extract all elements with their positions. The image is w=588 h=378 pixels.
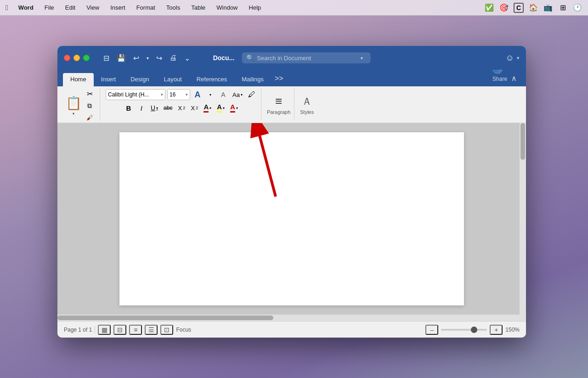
styles-label: Styles: [300, 109, 314, 115]
format-painter-button[interactable]: 🖌: [84, 112, 95, 123]
font-grow-button[interactable]: A: [192, 89, 203, 100]
annotation-arrow: [220, 123, 312, 210]
sidebar-toggle-icon[interactable]: ⊟: [102, 53, 111, 63]
view-draft-button[interactable]: ☰: [145, 325, 158, 335]
vertical-scrollbar[interactable]: [520, 123, 526, 315]
font-size-selector[interactable]: 16 ▾: [167, 89, 190, 100]
print-icon[interactable]: 🖨: [168, 53, 179, 63]
status-bar: Page 1 of 1 ▦ ⊟ ≡ ☰ ⊡ Focus – + 150%: [57, 321, 526, 338]
zoom-out-button[interactable]: –: [425, 325, 438, 335]
profile-icon[interactable]: ☺: [506, 53, 514, 63]
save-icon[interactable]: 💾: [115, 53, 128, 63]
search-input[interactable]: [257, 55, 358, 62]
tab-home[interactable]: Home: [63, 73, 94, 86]
zoom-thumb[interactable]: [471, 327, 477, 333]
close-button[interactable]: [64, 55, 70, 61]
zoom-in-button[interactable]: +: [490, 325, 503, 335]
title-bar: ⊟ 💾 ↩ ▾ ↪ 🖨 ⌄ Docu... 🔍 ▾ ☺ ▾: [57, 46, 526, 70]
more-tools-icon[interactable]: ⌄: [182, 53, 192, 63]
undo-icon[interactable]: ↩: [131, 53, 141, 63]
superscript-button[interactable]: X2: [189, 102, 200, 113]
menu-insert[interactable]: Insert: [106, 3, 130, 12]
menu-file[interactable]: File: [40, 3, 59, 12]
font-size-dropdown-icon: ▾: [186, 92, 188, 97]
scrollbar-thumb[interactable]: [520, 123, 525, 160]
tab-mailings[interactable]: Mailings: [234, 73, 271, 86]
maximize-button[interactable]: [83, 55, 90, 61]
paragraph-label: Paragraph: [267, 109, 290, 115]
tab-insert[interactable]: Insert: [94, 73, 124, 86]
font-color-dropdown-icon: ▾: [209, 106, 211, 110]
view-print-button[interactable]: ▦: [98, 325, 111, 335]
document-page[interactable]: [119, 132, 464, 305]
font-color-dropdown-button[interactable]: ▾: [205, 89, 216, 100]
dropbox-icon[interactable]: 🎯: [499, 3, 509, 13]
change-case-button[interactable]: Aa▾: [231, 89, 244, 100]
h-scrollbar-thumb[interactable]: [57, 316, 273, 320]
view-outline-button[interactable]: ≡: [129, 325, 142, 335]
view-web-button[interactable]: ⊟: [113, 325, 126, 335]
font-row-1: Calibri Light (H... ▾ 16 ▾ A ▾ A Aa▾ 🖊: [106, 89, 257, 100]
font-name-selector[interactable]: Calibri Light (H... ▾: [106, 89, 165, 100]
profile-dropdown-icon[interactable]: ▾: [517, 55, 520, 61]
font-name-dropdown-icon: ▾: [161, 92, 163, 97]
check-icon[interactable]: ✅: [484, 3, 494, 13]
paragraph-icon[interactable]: ≡: [275, 94, 282, 108]
menu-view[interactable]: View: [82, 3, 104, 12]
styles-icon[interactable]: Ａ: [302, 95, 312, 108]
minimize-button[interactable]: [74, 55, 80, 61]
ribbon-toolbar: 📋 ▾ ✂ ⧉ 🖌 Paste Calibri Light (H... ▾: [57, 86, 526, 123]
home-icon[interactable]: 🏠: [528, 3, 538, 13]
paste-button[interactable]: 📋 ▾: [64, 94, 83, 117]
bold-button[interactable]: B: [123, 102, 134, 113]
traffic-lights: [64, 55, 90, 61]
font-color-button[interactable]: A ▾: [202, 102, 213, 113]
document-area[interactable]: [57, 123, 526, 315]
zoom-slider-container: [441, 329, 487, 331]
tab-references[interactable]: References: [189, 73, 234, 86]
underline-button[interactable]: U ▾: [149, 102, 160, 113]
time-machine-icon[interactable]: 🕐: [572, 3, 582, 13]
copy-button[interactable]: ⧉: [84, 100, 95, 111]
highlight-color-button[interactable]: A ▾: [215, 102, 226, 113]
airplay-icon[interactable]: 📺: [543, 3, 553, 13]
menu-tools[interactable]: Tools: [162, 3, 185, 12]
subscript-button[interactable]: X2: [176, 102, 187, 113]
copilot-icon[interactable]: C: [514, 3, 524, 13]
zoom-slider[interactable]: [441, 329, 487, 331]
system-icon[interactable]: ⊞: [558, 3, 568, 13]
tab-layout[interactable]: Layout: [157, 73, 189, 86]
menu-word[interactable]: Word: [14, 3, 38, 12]
text-color-button[interactable]: A ▾: [228, 102, 240, 113]
redo-icon[interactable]: ↪: [154, 53, 164, 63]
menu-edit[interactable]: Edit: [61, 3, 80, 12]
italic-button[interactable]: I: [136, 102, 147, 113]
search-dropdown-icon[interactable]: ▾: [361, 56, 363, 61]
menu-bar:  Word File Edit View Insert Format Tool…: [0, 0, 588, 16]
paste-dropdown-arrow: ▾: [73, 112, 74, 116]
word-window: ⊟ 💾 ↩ ▾ ↪ 🖨 ⌄ Docu... 🔍 ▾ ☺ ▾ Home Inser…: [57, 46, 526, 338]
clear-formatting-button[interactable]: 🖊: [246, 89, 257, 100]
cut-button[interactable]: ✂: [84, 88, 95, 99]
page-info: Page 1 of 1: [64, 327, 92, 333]
apple-logo-icon[interactable]: : [6, 4, 8, 12]
search-bar[interactable]: 🔍 ▾: [242, 52, 370, 63]
font-color-a-icon: A: [204, 103, 209, 113]
strikethrough-button[interactable]: abc: [162, 102, 174, 113]
undo-dropdown-icon[interactable]: ▾: [145, 55, 151, 62]
font-shrink-button[interactable]: A: [218, 89, 229, 100]
focus-mode-button[interactable]: ⊡: [160, 325, 173, 335]
horizontal-scrollbar[interactable]: [57, 315, 526, 321]
more-tabs-icon[interactable]: >>: [271, 72, 287, 86]
menu-help[interactable]: Help: [244, 3, 266, 12]
menu-format[interactable]: Format: [132, 3, 160, 12]
title-bar-right: ☺ ▾: [506, 53, 520, 63]
menu-window[interactable]: Window: [212, 3, 242, 12]
styles-group: Ａ Styles: [296, 88, 317, 121]
title-bar-tools: ⊟ 💾 ↩ ▾ ↪ 🖨 ⌄: [102, 53, 192, 63]
ribbon-tabs: Home Insert Design Layout References Mai…: [57, 70, 526, 86]
document-title: Docu...: [213, 54, 235, 62]
tab-design[interactable]: Design: [123, 73, 156, 86]
font-row-2: B I U ▾ abc X2 X2 A ▾ A ▾: [123, 102, 240, 113]
menu-table[interactable]: Table: [187, 3, 210, 12]
